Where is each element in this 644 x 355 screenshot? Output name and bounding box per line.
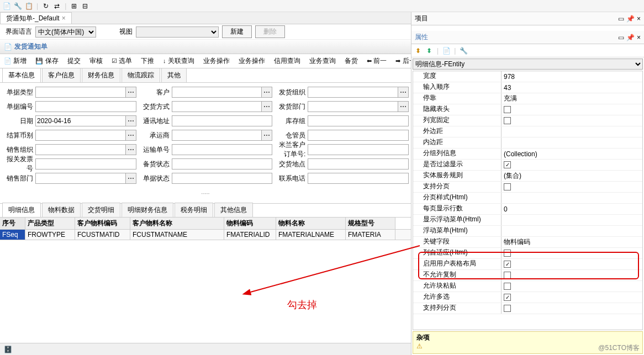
grid-header-cell[interactable]: 物料名称 bbox=[276, 218, 346, 229]
detail-tab-其他信息[interactable]: 其他信息 bbox=[214, 203, 253, 217]
view-select[interactable] bbox=[136, 27, 219, 38]
tool-icon[interactable]: 📄 bbox=[2, 2, 11, 10]
action-提交[interactable]: 提交 bbox=[66, 56, 82, 66]
form-input-运输单号[interactable] bbox=[172, 144, 273, 155]
lookup-button[interactable]: ⋯ bbox=[125, 87, 136, 98]
sub-tab-基本信息[interactable]: 基本信息 bbox=[2, 68, 41, 82]
prop-value[interactable]: 充满 bbox=[502, 93, 642, 104]
prop-value[interactable]: 43 bbox=[502, 82, 642, 93]
form-input-单据编号[interactable] bbox=[35, 101, 136, 112]
action-信用查询[interactable]: 信用查询 bbox=[272, 56, 302, 66]
prop-row-启用用户表格布局[interactable]: 启用用户表格布局✓ bbox=[413, 259, 642, 270]
checkbox[interactable] bbox=[504, 283, 511, 290]
prop-row-停靠[interactable]: 停靠充满 bbox=[413, 93, 642, 104]
window-icon[interactable]: ▭ bbox=[618, 15, 624, 23]
delete-button[interactable]: 删除 bbox=[255, 25, 285, 38]
prop-row-内边距[interactable]: 内边距 bbox=[413, 137, 642, 149]
lookup-button[interactable]: ⋯ bbox=[398, 101, 409, 112]
form-input-单据类型[interactable] bbox=[35, 87, 125, 98]
sort-az-icon[interactable]: ⬍ bbox=[414, 46, 423, 55]
grid-cell[interactable]: FCUSTMATNAME bbox=[130, 230, 224, 240]
action-下推[interactable]: 下推 bbox=[139, 56, 156, 66]
tool-icon[interactable]: ⊟ bbox=[81, 2, 89, 10]
lookup-button[interactable]: ⋯ bbox=[398, 87, 409, 98]
lookup-button[interactable]: ⋯ bbox=[125, 173, 136, 184]
form-input-发货组织[interactable] bbox=[308, 87, 398, 98]
prop-row-每页显示行数[interactable]: 每页显示行数0 bbox=[413, 204, 642, 215]
form-input-仓管员[interactable] bbox=[308, 130, 409, 141]
action-关联查询[interactable]: ↓ 关联查询 bbox=[161, 56, 196, 66]
checkbox[interactable]: ✓ bbox=[504, 261, 511, 268]
prop-row-输入顺序[interactable]: 输入顺序43 bbox=[413, 82, 642, 93]
prop-value[interactable]: (集合) bbox=[502, 171, 642, 181]
prop-value[interactable]: ✓ bbox=[502, 259, 642, 269]
property-object-select[interactable]: 明细信息-FEntity bbox=[413, 59, 643, 70]
prop-row-实体服务规则[interactable]: 实体服务规则(集合) bbox=[413, 171, 642, 182]
tool-icon[interactable]: ⇄ bbox=[52, 2, 61, 10]
detail-tab-交货明细[interactable]: 交货明细 bbox=[82, 203, 120, 217]
window-icon[interactable]: ▭ bbox=[618, 34, 624, 41]
prop-value[interactable] bbox=[502, 303, 642, 314]
prop-value[interactable]: 978 bbox=[502, 71, 642, 82]
action-业务操作[interactable]: 业务操作 bbox=[202, 56, 231, 66]
tool-icon[interactable]: ⊞ bbox=[70, 2, 78, 10]
action-后一[interactable]: ➡ 后一 bbox=[394, 56, 411, 66]
action-备货[interactable]: 备货 bbox=[343, 56, 360, 66]
sub-tab-其他[interactable]: 其他 bbox=[161, 68, 187, 82]
document-tab[interactable]: 货通知单-_Default × bbox=[0, 12, 72, 24]
prop-row-关键字段[interactable]: 关键字段物料编码 bbox=[413, 237, 642, 248]
pin-icon[interactable]: 📌 bbox=[626, 15, 635, 23]
form-input-库存组[interactable] bbox=[308, 115, 409, 126]
checkbox[interactable] bbox=[504, 117, 511, 124]
grid-cell[interactable]: FMATERIA bbox=[346, 230, 395, 240]
prop-value[interactable] bbox=[502, 137, 642, 148]
form-input-销售组织[interactable] bbox=[35, 144, 125, 155]
prop-row-是否过滤显示[interactable]: 是否过滤显示✓ bbox=[413, 160, 642, 171]
lookup-button[interactable]: ⋯ bbox=[261, 101, 272, 112]
sub-tab-客户信息[interactable]: 客户信息 bbox=[42, 68, 81, 82]
close-icon[interactable]: × bbox=[637, 34, 641, 41]
form-input-通讯地址[interactable] bbox=[172, 115, 273, 126]
form-input-单据状态[interactable] bbox=[172, 173, 273, 184]
grid-cell[interactable]: FROWTYPE bbox=[25, 230, 75, 240]
prop-value[interactable]: ✓ bbox=[502, 160, 642, 170]
grid-header-cell[interactable]: 物料编码 bbox=[224, 218, 276, 229]
detail-tab-明细财务信息[interactable]: 明细财务信息 bbox=[122, 203, 173, 217]
prop-value[interactable] bbox=[502, 281, 642, 292]
grid-cell[interactable]: FSeq bbox=[0, 230, 25, 240]
grid-cell[interactable]: FCUSTMATID bbox=[75, 230, 130, 240]
prop-value[interactable] bbox=[502, 248, 642, 258]
prop-value[interactable] bbox=[502, 126, 642, 137]
action-前一[interactable]: ⬅ 前一 bbox=[365, 56, 388, 66]
prop-value[interactable] bbox=[502, 215, 642, 225]
close-icon[interactable]: × bbox=[62, 14, 66, 22]
form-input-交货地点[interactable] bbox=[308, 158, 409, 169]
action-新增[interactable]: 📄 新增 bbox=[2, 56, 28, 66]
checkbox[interactable]: ✓ bbox=[504, 294, 511, 301]
prop-row-支持列分页[interactable]: 支持列分页 bbox=[413, 303, 642, 314]
form-input-销售部门[interactable] bbox=[35, 173, 125, 184]
prop-row-允许块粘贴[interactable]: 允许块粘贴 bbox=[413, 281, 642, 292]
prop-value[interactable] bbox=[502, 115, 642, 126]
page-icon[interactable]: 📄 bbox=[442, 46, 451, 55]
action-审核[interactable]: 审核 bbox=[88, 56, 104, 66]
prop-value[interactable]: (Collection) bbox=[502, 149, 642, 159]
grid-cell[interactable]: FMATERIALNAME bbox=[276, 230, 346, 240]
prop-row-列宽固定[interactable]: 列宽固定 bbox=[413, 115, 642, 126]
checkbox[interactable] bbox=[504, 183, 511, 190]
prop-row-分页样式(Html)[interactable]: 分页样式(Html) bbox=[413, 193, 642, 204]
prop-row-浮动菜单(Html)[interactable]: 浮动菜单(Html) bbox=[413, 226, 642, 237]
prop-value[interactable] bbox=[502, 182, 642, 192]
pin-icon[interactable]: 📌 bbox=[626, 34, 635, 41]
sub-tab-物流跟踪[interactable]: 物流跟踪 bbox=[122, 68, 160, 82]
tool-icon[interactable]: 🔧 bbox=[13, 2, 22, 10]
form-input-承运商[interactable] bbox=[172, 130, 262, 141]
lookup-button[interactable]: ⋯ bbox=[261, 130, 272, 141]
grid-header-cell[interactable]: 客户物料名称 bbox=[130, 218, 224, 229]
lang-select[interactable]: 中文(简体/中国) bbox=[35, 27, 96, 38]
detail-tab-物料数据[interactable]: 物料数据 bbox=[42, 203, 81, 217]
tool-icon[interactable]: 📋 bbox=[24, 2, 33, 10]
grid-header-cell[interactable]: 产品类型 bbox=[25, 218, 75, 229]
action-业务操作[interactable]: 业务操作 bbox=[237, 56, 267, 66]
new-button[interactable]: 新建 bbox=[222, 25, 252, 38]
